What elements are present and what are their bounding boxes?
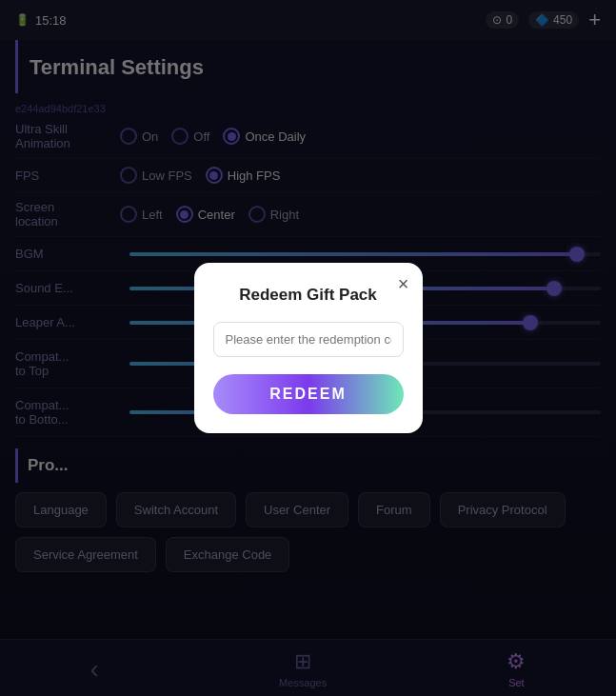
modal-overlay[interactable]: × Redeem Gift Pack REDEEM [0,0,616,696]
redeem-button[interactable]: REDEEM [213,374,404,414]
modal-close-button[interactable]: × [398,274,409,293]
redemption-code-input[interactable] [213,322,404,357]
modal-title: Redeem Gift Pack [239,286,377,305]
redeem-modal: × Redeem Gift Pack REDEEM [194,263,423,433]
phone-frame: 🔋 15:18 ⊙ 0 🔷 450 + Terminal Settings e2… [0,0,616,696]
